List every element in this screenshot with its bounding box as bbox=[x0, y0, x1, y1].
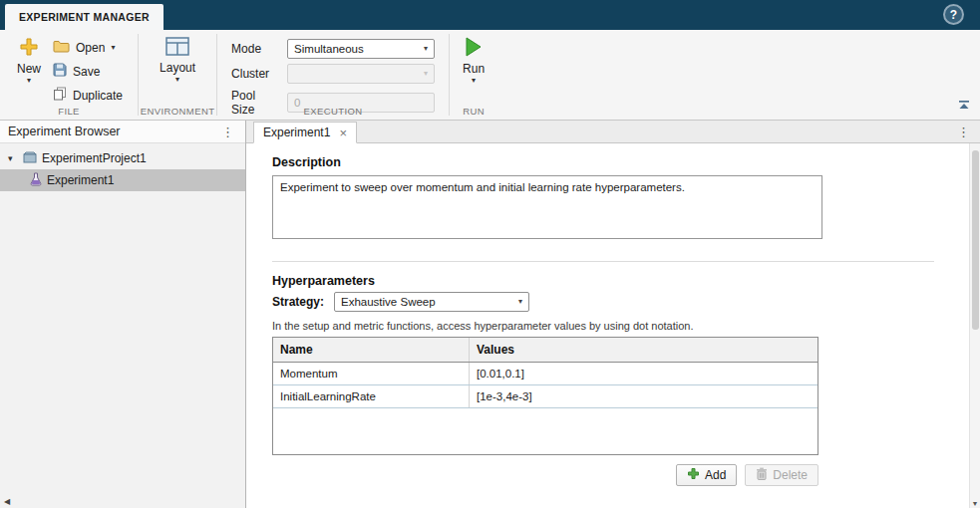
run-button[interactable]: Run ▾ bbox=[456, 35, 491, 86]
chevron-down-icon: ▾ bbox=[111, 45, 115, 51]
experiment-document: Description Hyperparameters Strategy: Ex… bbox=[246, 143, 980, 508]
hyperparameters-heading: Hyperparameters bbox=[272, 274, 934, 288]
duplicate-button[interactable]: Duplicate bbox=[48, 84, 128, 107]
content-row: Experiment Browser ⋮ ▾ ExperimentProject… bbox=[0, 121, 980, 508]
strategy-label: Strategy: bbox=[272, 295, 324, 309]
ribbon-section-run: Run ▾ RUN bbox=[450, 30, 497, 120]
experiment-browser-title: Experiment Browser bbox=[8, 125, 121, 138]
ribbon-section-file: New ▾ Open ▾ Save bbox=[0, 30, 138, 120]
chevron-down-icon: ▾ bbox=[175, 77, 179, 83]
experiment-flask-icon bbox=[30, 172, 42, 189]
description-heading: Description bbox=[272, 155, 934, 169]
scroll-down-arrow-icon[interactable]: ▼ bbox=[970, 500, 980, 507]
save-button[interactable]: Save bbox=[48, 60, 128, 83]
section-label-environment: ENVIRONMENT bbox=[139, 106, 216, 117]
file-small-buttons: Open ▾ Save Duplicate bbox=[48, 36, 128, 107]
save-floppy-icon bbox=[53, 63, 67, 80]
chevron-down-icon: ▾ bbox=[518, 299, 522, 305]
add-plus-icon bbox=[687, 467, 700, 483]
document-menu-kebab-icon[interactable]: ⋮ bbox=[954, 125, 973, 139]
cell-values[interactable]: [1e-3,4e-3] bbox=[470, 385, 817, 407]
section-label-file: FILE bbox=[0, 106, 138, 117]
cell-name[interactable]: InitialLearningRate bbox=[273, 385, 470, 407]
cluster-dropdown[interactable]: ▾ bbox=[287, 64, 435, 84]
hyperparameters-hint: In the setup and metric functions, acces… bbox=[272, 320, 934, 332]
section-label-run: RUN bbox=[450, 106, 497, 117]
tab-experiment1[interactable]: Experiment1 × bbox=[253, 122, 357, 143]
run-button-label: Run bbox=[463, 62, 485, 76]
trash-icon bbox=[756, 467, 768, 483]
experiment-browser-header: Experiment Browser ⋮ bbox=[0, 121, 245, 143]
table-row[interactable]: Momentum [0.01,0.1] bbox=[273, 363, 817, 385]
document-tabbar: Experiment1 × ⋮ bbox=[246, 121, 980, 143]
browser-menu-kebab-icon[interactable]: ⋮ bbox=[218, 125, 237, 139]
tree-item-project[interactable]: ▾ ExperimentProject1 bbox=[0, 147, 245, 169]
run-play-icon bbox=[465, 37, 483, 60]
new-plus-icon bbox=[19, 37, 39, 60]
ribbon-section-execution: Mode Simultaneous ▾ Cluster ▾ Pool Size … bbox=[217, 30, 449, 120]
add-button-label: Add bbox=[705, 468, 726, 482]
cluster-label: Cluster bbox=[231, 67, 277, 81]
help-icon: ? bbox=[950, 8, 957, 22]
tree-item-experiment-label: Experiment1 bbox=[47, 173, 114, 187]
duplicate-button-label: Duplicate bbox=[73, 89, 123, 103]
layout-grid-icon bbox=[165, 37, 189, 59]
add-button[interactable]: Add bbox=[676, 464, 737, 486]
hyperparameters-table: Name Values Momentum [0.01,0.1] InitialL… bbox=[272, 337, 818, 455]
tab-close-icon[interactable]: × bbox=[339, 127, 347, 139]
ribbon-section-environment: Layout ▾ ENVIRONMENT bbox=[139, 30, 216, 120]
open-button[interactable]: Open ▾ bbox=[48, 36, 128, 59]
cell-name[interactable]: Momentum bbox=[273, 363, 470, 384]
description-input[interactable] bbox=[272, 175, 822, 239]
delete-button-label: Delete bbox=[773, 468, 808, 482]
chevron-down-icon: ▾ bbox=[424, 46, 428, 52]
titlebar: EXPERIMENT MANAGER ? bbox=[0, 0, 980, 30]
document-panel: Experiment1 × ⋮ Description Hyperparamet… bbox=[246, 121, 980, 508]
strategy-row: Strategy: Exhaustive Sweep ▾ bbox=[272, 292, 934, 312]
duplicate-pages-icon bbox=[53, 87, 67, 104]
experiment-browser-panel: Experiment Browser ⋮ ▾ ExperimentProject… bbox=[0, 121, 246, 508]
table-row[interactable]: InitialLearningRate [1e-3,4e-3] bbox=[273, 385, 817, 408]
table-header-row: Name Values bbox=[273, 338, 817, 363]
toolstrip-tab-experiment-manager[interactable]: EXPERIMENT MANAGER bbox=[5, 4, 163, 30]
help-button[interactable]: ? bbox=[943, 4, 964, 25]
section-label-execution: EXECUTION bbox=[217, 106, 449, 117]
new-button-label: New bbox=[17, 62, 41, 76]
section-divider bbox=[272, 261, 934, 262]
table-buttons-row: Add Delete bbox=[272, 464, 818, 486]
ribbon-toolstrip: New ▾ Open ▾ Save bbox=[0, 30, 980, 121]
vertical-scrollbar[interactable]: ▼ bbox=[969, 143, 980, 508]
open-folder-icon bbox=[53, 40, 70, 56]
project-box-icon bbox=[23, 151, 37, 166]
mode-label: Mode bbox=[231, 42, 277, 56]
collapse-ribbon-icon bbox=[958, 97, 970, 114]
strategy-dropdown[interactable]: Exhaustive Sweep ▾ bbox=[334, 292, 529, 312]
column-header-name: Name bbox=[273, 338, 470, 362]
experiment-tree: ▾ ExperimentProject1 Experiment1 bbox=[0, 143, 245, 191]
experiment-manager-window: EXPERIMENT MANAGER ? New ▾ Open ▾ bbox=[0, 0, 980, 508]
tree-expand-icon[interactable]: ▾ bbox=[8, 153, 18, 163]
strategy-dropdown-value: Exhaustive Sweep bbox=[341, 296, 436, 308]
tab-experiment1-label: Experiment1 bbox=[263, 126, 330, 139]
chevron-down-icon: ▾ bbox=[472, 78, 476, 84]
hscroll-left-arrow-icon[interactable]: ◀ bbox=[4, 497, 10, 506]
open-button-label: Open bbox=[76, 41, 105, 55]
column-header-values: Values bbox=[470, 338, 817, 362]
layout-button[interactable]: Layout ▾ bbox=[153, 35, 202, 85]
tree-item-project-label: ExperimentProject1 bbox=[42, 151, 147, 165]
mode-dropdown-value: Simultaneous bbox=[294, 43, 364, 55]
save-button-label: Save bbox=[73, 65, 100, 79]
layout-button-label: Layout bbox=[160, 61, 195, 75]
new-button[interactable]: New ▾ bbox=[10, 35, 48, 86]
scrollbar-thumb[interactable] bbox=[972, 150, 979, 330]
cell-values[interactable]: [0.01,0.1] bbox=[470, 363, 817, 384]
tree-item-experiment[interactable]: Experiment1 bbox=[0, 169, 245, 191]
mode-dropdown[interactable]: Simultaneous ▾ bbox=[287, 39, 435, 59]
chevron-down-icon: ▾ bbox=[424, 71, 428, 77]
delete-button[interactable]: Delete bbox=[745, 464, 818, 486]
chevron-down-icon: ▾ bbox=[27, 78, 31, 84]
collapse-ribbon-button[interactable] bbox=[958, 97, 970, 115]
table-empty-area bbox=[273, 408, 817, 454]
